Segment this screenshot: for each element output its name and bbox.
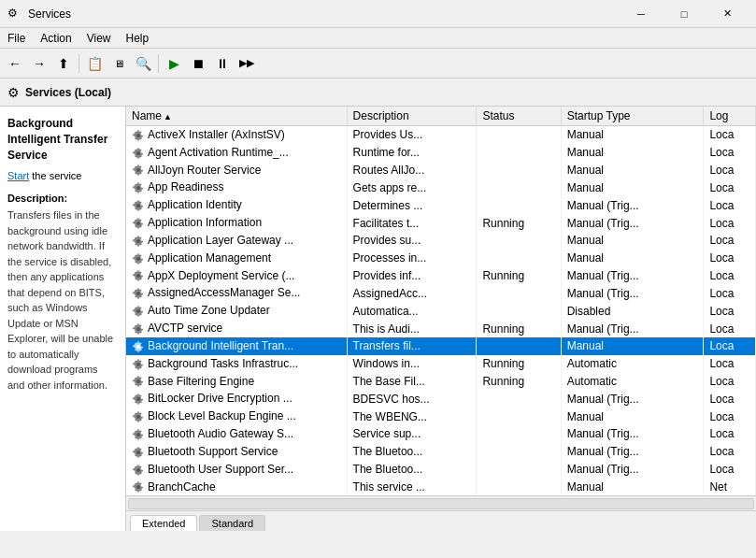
start-link[interactable]: Start xyxy=(7,170,29,181)
svg-point-6 xyxy=(136,239,140,243)
svg-point-15 xyxy=(136,397,140,401)
toolbar-pause[interactable]: ⏸ xyxy=(211,52,234,75)
svg-point-11 xyxy=(136,327,140,331)
col-startup[interactable]: Startup Type xyxy=(561,107,704,126)
service-icon xyxy=(132,446,145,459)
col-desc[interactable]: Description xyxy=(347,107,477,126)
svg-point-17 xyxy=(136,433,140,436)
table-row[interactable]: Application InformationFacilitates t...R… xyxy=(126,214,756,232)
toolbar-restart[interactable]: ▶▶ xyxy=(235,52,258,75)
service-icon xyxy=(132,235,145,248)
service-icon xyxy=(132,252,145,265)
table-row[interactable]: AllJoyn Router ServiceRoutes AllJo...Man… xyxy=(126,162,756,179)
table-row[interactable]: Block Level Backup Engine ...The WBENG..… xyxy=(126,408,756,425)
toolbar-refresh[interactable]: 🔍 xyxy=(132,52,154,75)
scroll-bar-track[interactable] xyxy=(128,498,754,509)
service-icon xyxy=(132,410,145,423)
toolbar-up[interactable]: ⬆ xyxy=(52,52,75,75)
table-row[interactable]: AssignedAccessManager Se...AssignedAcc..… xyxy=(126,284,756,302)
table-row[interactable]: Background Tasks Infrastruc...Windows in… xyxy=(126,355,756,373)
svg-point-7 xyxy=(136,257,140,261)
table-row[interactable]: Application IdentityDetermines ...Manual… xyxy=(126,196,756,214)
service-icon xyxy=(132,393,145,406)
table-row[interactable]: Agent Activation Runtime_...Runtime for.… xyxy=(126,144,756,162)
left-panel: Background Intelligent Transfer Service … xyxy=(0,107,126,531)
table-row[interactable]: Bluetooth Support ServiceThe Bluetoo...M… xyxy=(126,443,756,461)
svg-point-9 xyxy=(136,292,140,295)
svg-point-10 xyxy=(136,309,140,313)
table-row[interactable]: Background Intelligent Tran...Transfers … xyxy=(126,337,756,355)
service-icon xyxy=(132,480,145,494)
menu-file[interactable]: File xyxy=(0,30,33,47)
svg-point-14 xyxy=(136,379,140,383)
toolbar-show-hide[interactable]: 📋 xyxy=(83,52,106,75)
svg-point-18 xyxy=(136,451,140,454)
col-status[interactable]: Status xyxy=(477,107,561,126)
minimize-button[interactable]: ─ xyxy=(620,0,663,28)
svg-point-19 xyxy=(136,468,140,472)
svg-point-4 xyxy=(136,204,140,207)
services-table: Name▲ Description Status Startup Type Lo… xyxy=(126,107,756,495)
service-icon xyxy=(132,340,145,353)
toolbar: ← → ⬆ 📋 🖥 🔍 ▶ ⏹ ⏸ ▶▶ xyxy=(0,49,756,79)
svg-point-2 xyxy=(136,168,140,172)
table-row[interactable]: AppX Deployment Service (...Provides inf… xyxy=(126,267,756,285)
desc-title: Description: xyxy=(7,193,118,204)
table-row[interactable]: Bluetooth Audio Gateway S...Service sup.… xyxy=(126,425,756,443)
window-controls: ─ □ ✕ xyxy=(620,0,749,28)
col-name[interactable]: Name▲ xyxy=(126,107,347,126)
toolbar-back[interactable]: ← xyxy=(4,52,26,75)
sort-arrow: ▲ xyxy=(164,112,172,122)
toolbar-forward[interactable]: → xyxy=(28,52,50,75)
left-panel-title: Background Intelligent Transfer Service xyxy=(7,116,118,163)
tab-extended[interactable]: Extended xyxy=(130,515,197,531)
svg-point-12 xyxy=(136,345,140,349)
service-icon xyxy=(132,129,145,142)
toolbar-sep-1 xyxy=(78,54,79,73)
svg-point-0 xyxy=(136,134,140,137)
svg-point-5 xyxy=(136,222,140,225)
col-logon[interactable]: Log xyxy=(704,107,756,126)
service-icon xyxy=(132,269,145,282)
window-title: Services xyxy=(28,7,620,21)
toolbar-properties[interactable]: 🖥 xyxy=(107,52,130,75)
toolbar-sep-2 xyxy=(158,54,159,73)
services-table-wrapper[interactable]: Name▲ Description Status Startup Type Lo… xyxy=(126,107,756,495)
left-panel-action: Start the service xyxy=(7,170,118,181)
toolbar-stop[interactable]: ⏹ xyxy=(187,52,209,75)
service-icon xyxy=(132,181,145,194)
table-header-row: Name▲ Description Status Startup Type Lo… xyxy=(126,107,756,126)
menu-action[interactable]: Action xyxy=(33,30,78,47)
service-icon xyxy=(132,305,145,318)
table-row[interactable]: BitLocker Drive Encryption ...BDESVC hos… xyxy=(126,390,756,408)
svg-point-1 xyxy=(136,151,140,155)
toolbar-start[interactable]: ▶ xyxy=(163,52,185,75)
table-row[interactable]: Auto Time Zone UpdaterAutomatica...Disab… xyxy=(126,302,756,320)
content-area: Background Intelligent Transfer Service … xyxy=(0,107,756,531)
title-bar: ⚙ Services ─ □ ✕ xyxy=(0,0,756,28)
service-icon xyxy=(132,287,145,300)
service-icon xyxy=(132,428,145,441)
table-row[interactable]: Application Layer Gateway ...Provides su… xyxy=(126,232,756,250)
tab-standard[interactable]: Standard xyxy=(199,515,265,531)
table-row[interactable]: Bluetooth User Support Ser...The Bluetoo… xyxy=(126,461,756,479)
table-row[interactable]: AVCTP serviceThis is Audi...RunningManua… xyxy=(126,320,756,337)
table-row[interactable]: ActiveX Installer (AxInstSV)Provides Us.… xyxy=(126,126,756,144)
table-row[interactable]: Application ManagementProcesses in...Man… xyxy=(126,250,756,267)
svg-point-8 xyxy=(136,274,140,278)
close-button[interactable]: ✕ xyxy=(706,0,749,28)
table-row[interactable]: Base Filtering EngineThe Base Fil...Runn… xyxy=(126,373,756,391)
maximize-button[interactable]: □ xyxy=(663,0,706,28)
menu-view[interactable]: View xyxy=(79,30,119,47)
service-icon xyxy=(132,375,145,388)
menu-help[interactable]: Help xyxy=(119,30,157,47)
menu-bar: File Action View Help xyxy=(0,28,756,49)
table-row[interactable]: BranchCacheThis service ...ManualNet xyxy=(126,479,756,496)
tabs-bar: Extended Standard xyxy=(126,510,756,531)
address-bar: ⚙ Services (Local) xyxy=(0,79,756,107)
service-icon xyxy=(132,464,145,477)
right-panel: Name▲ Description Status Startup Type Lo… xyxy=(126,107,756,531)
table-row[interactable]: App ReadinessGets apps re...ManualLoca xyxy=(126,179,756,196)
service-icon xyxy=(132,199,145,212)
h-scrollbar[interactable] xyxy=(126,495,756,510)
